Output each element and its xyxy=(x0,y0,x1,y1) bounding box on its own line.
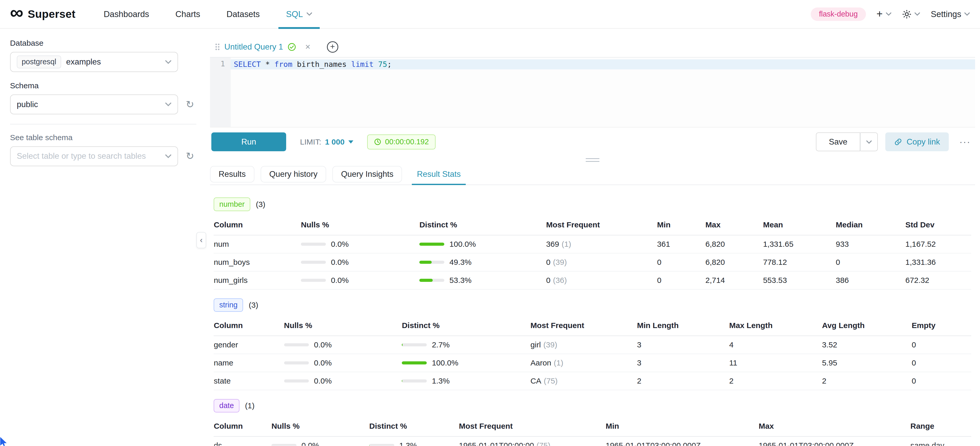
more-actions-button[interactable]: ··· xyxy=(956,132,974,151)
database-select[interactable]: postgresql examples xyxy=(10,52,178,72)
editor-gutter: 1 xyxy=(210,57,231,127)
value-cell: 672.32 xyxy=(905,271,971,289)
value-cell: 361 xyxy=(657,235,705,253)
run-button[interactable]: Run xyxy=(211,132,286,151)
percent-label: 100.0% xyxy=(432,358,458,367)
chevron-down-icon xyxy=(915,12,920,16)
percent-cell: 0.0% xyxy=(284,372,402,390)
column-header: Column xyxy=(214,215,301,235)
progress-track xyxy=(402,343,427,346)
refresh-tables-icon[interactable]: ↻ xyxy=(186,150,194,162)
elapsed-time: 00:00:00.192 xyxy=(385,138,429,146)
query-tab-title: Untitled Query 1 xyxy=(224,42,283,52)
column-type-tag: date xyxy=(214,399,239,413)
progress-fill xyxy=(419,279,433,282)
tab-query-insights[interactable]: Query Insights xyxy=(332,166,402,183)
progress-track xyxy=(419,243,444,246)
schema-select[interactable]: public xyxy=(10,94,178,115)
value-cell: 1965-01-01T03:00:00.000Z xyxy=(606,436,759,446)
nav-item-charts[interactable]: Charts xyxy=(162,0,213,28)
value-cell: same day xyxy=(910,436,971,446)
sql-token: ; xyxy=(387,60,392,68)
add-query-tab-button[interactable]: + xyxy=(327,41,338,53)
copy-link-button[interactable]: Copy link xyxy=(885,132,949,151)
tab-results[interactable]: Results xyxy=(210,166,255,183)
sql-editor[interactable]: 1 SELECT * from birth_names limit 75; xyxy=(210,57,975,127)
frequent-value: CA xyxy=(530,377,541,385)
new-item-menu[interactable]: + xyxy=(877,9,891,19)
nav-item-sql[interactable]: SQL xyxy=(273,0,325,28)
percent-cell: 0.0% xyxy=(284,336,402,354)
value-cell: 386 xyxy=(836,271,905,289)
column-header: Most Frequent xyxy=(459,416,606,437)
theme-toggle-menu[interactable] xyxy=(902,10,920,19)
percent-cell: 0.0% xyxy=(301,235,419,253)
progress-track xyxy=(301,261,326,264)
tab-result-stats[interactable]: Result Stats xyxy=(408,166,469,183)
table-select[interactable]: Select table or type to search tables xyxy=(10,147,178,166)
column-name-cell: gender xyxy=(214,336,284,354)
environment-badge: flask-debug xyxy=(811,8,866,21)
percent-label: 0.0% xyxy=(331,276,348,285)
value-cell: 1,331.65 xyxy=(763,235,836,253)
progress-track xyxy=(301,243,326,246)
stats-sections: number(3)ColumnNulls %Distinct %Most Fre… xyxy=(210,185,975,446)
percent-cell: 100.0% xyxy=(419,235,546,253)
progress-track xyxy=(419,279,444,282)
column-type-count: (3) xyxy=(256,200,265,209)
schema-label: Schema xyxy=(10,81,196,90)
value-cell: 3 xyxy=(637,336,729,354)
frequent-value: 0 xyxy=(546,276,550,284)
settings-menu[interactable]: Settings xyxy=(931,9,970,19)
value-cell: 778.12 xyxy=(763,253,836,271)
nav-item-datasets[interactable]: Datasets xyxy=(213,0,273,28)
most-frequent-cell: Aaron(1) xyxy=(530,354,637,372)
stats-section-date: date(1)ColumnNulls %Distinct %Most Frequ… xyxy=(214,399,971,446)
column-header: Nulls % xyxy=(301,215,419,235)
editor-code-area[interactable]: SELECT * from birth_names limit 75; xyxy=(231,57,975,127)
tab-query-history[interactable]: Query history xyxy=(261,166,326,183)
column-header: Min xyxy=(606,416,759,437)
chevron-down-icon xyxy=(165,102,171,106)
sidebar-collapse-button[interactable]: ‹ xyxy=(196,232,207,248)
table-row: name0.0%100.0%Aaron(1)3115.950 xyxy=(214,354,971,372)
frequent-value: 0 xyxy=(546,258,550,266)
main-nav: Dashboards Charts Datasets SQL xyxy=(91,0,325,28)
column-header: Max xyxy=(705,215,763,235)
column-name-cell: num_girls xyxy=(214,271,301,289)
save-options-button[interactable] xyxy=(860,132,878,151)
save-button[interactable]: Save xyxy=(816,132,861,151)
table-row: num_girls0.0%53.3%0(36)02,714553.5338667… xyxy=(214,271,971,289)
progress-fill xyxy=(419,261,432,264)
percent-cell: 0.0% xyxy=(272,436,369,446)
frequent-value: girl xyxy=(530,341,541,349)
resize-grip-icon xyxy=(586,158,600,162)
table-row: num_boys0.0%49.3%0(39)06,820778.1201,331… xyxy=(214,253,971,271)
table-header-row: ColumnNulls %Distinct %Most FrequentMinM… xyxy=(214,215,971,235)
percent-label: 0.0% xyxy=(331,258,348,267)
value-cell: 3 xyxy=(637,354,729,372)
close-tab-icon[interactable]: ✕ xyxy=(305,43,311,51)
table-row: ds0.0%1.3%1965-01-01T00:00:00(75)1965-01… xyxy=(214,436,971,446)
sql-token xyxy=(292,60,297,68)
limit-dropdown[interactable]: LIMIT: 1 000 xyxy=(300,138,353,147)
most-frequent-cell: 0(36) xyxy=(546,271,657,289)
chevron-down-icon xyxy=(165,60,171,64)
value-cell: 933 xyxy=(836,235,905,253)
superset-brand[interactable]: ∞ Superset xyxy=(10,0,76,28)
column-header: Empty xyxy=(912,315,971,336)
refresh-schemas-icon[interactable]: ↻ xyxy=(186,99,194,110)
value-cell: 4 xyxy=(729,336,822,354)
query-tab[interactable]: Untitled Query 1 ✕ xyxy=(211,42,315,52)
percent-label: 1.3% xyxy=(432,377,450,385)
progress-fill xyxy=(419,243,444,246)
pane-resize-handle[interactable] xyxy=(210,156,975,164)
stats-table-date: ColumnNulls %Distinct %Most FrequentMinM… xyxy=(214,416,971,446)
column-header: Most Frequent xyxy=(530,315,637,336)
nav-item-dashboards[interactable]: Dashboards xyxy=(91,0,162,28)
sql-token: 75 xyxy=(378,60,387,68)
plus-icon: + xyxy=(877,9,883,19)
progress-fill xyxy=(402,343,402,346)
most-frequent-cell: 369(1) xyxy=(546,235,657,253)
table-header-row: ColumnNulls %Distinct %Most FrequentMin … xyxy=(214,315,971,336)
